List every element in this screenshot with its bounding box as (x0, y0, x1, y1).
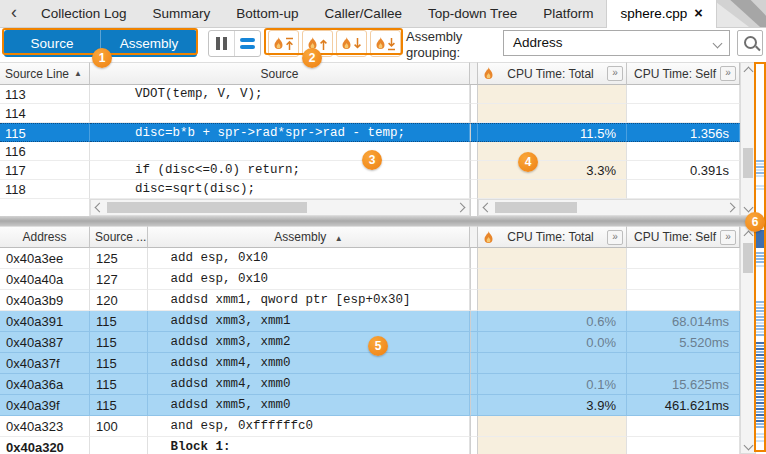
source-row[interactable]: 116 (0, 142, 740, 161)
column-header-source[interactable]: Source (90, 62, 470, 85)
column-header-cpu-total[interactable]: CPU Time: Total » (478, 62, 627, 85)
pane-splitter[interactable] (0, 216, 766, 226)
heat-line (756, 360, 764, 362)
tab-summary[interactable]: Summary (140, 0, 224, 27)
source-table: 113 VDOT(temp, V, V);114115 disc=b*b + s… (0, 85, 740, 199)
expand-column-button[interactable]: » (607, 230, 623, 245)
assembly-grouping-select[interactable]: Address (503, 30, 730, 56)
sort-asc-icon: ▲ (74, 69, 82, 78)
scroll-up-icon[interactable] (743, 231, 753, 241)
heat-line (756, 322, 764, 324)
column-header-label: Source ... (95, 230, 146, 244)
tab-label: sphere.cpp (620, 6, 687, 21)
assembly-row[interactable]: 0x40a40a127 add esp, 0x10 (0, 269, 740, 290)
assembly-row[interactable]: 0x40a391115 addsd xmm3, xmm10.6%68.014ms (0, 311, 740, 332)
source-row[interactable]: 117 if (disc<=0.0) return;3.3%0.391s (0, 161, 740, 180)
scroll-right-icon[interactable] (726, 203, 736, 213)
search-button[interactable] (737, 30, 763, 56)
heat-line (756, 390, 764, 392)
assembly-grouping-label: Assembly grouping: (406, 29, 500, 60)
heat-line (756, 334, 764, 336)
instruction-address: 0x40a387 (0, 332, 90, 353)
source-row[interactable]: 115 disc=b*b + spr->rad*spr->rad - temp;… (0, 123, 740, 142)
expand-column-button[interactable]: » (607, 66, 623, 81)
hotspot-heat-strip[interactable] (754, 62, 766, 452)
tab-list: Collection LogSummaryBottom-upCaller/Cal… (28, 0, 717, 27)
column-header-cpu-total[interactable]: CPU Time: Total » (478, 226, 627, 248)
toolbar: Source Assembly Assembly grouping: (0, 27, 766, 62)
list-layout-button[interactable] (234, 31, 260, 56)
go-to-biggest-hotspot-button[interactable] (268, 30, 299, 57)
instruction-address: 0x40a320 (0, 437, 90, 454)
column-gap (470, 226, 478, 248)
flame-icon (273, 37, 284, 50)
expand-column-button[interactable]: » (720, 66, 736, 81)
scrollbar-thumb[interactable] (107, 202, 307, 213)
tab-platform[interactable]: Platform (530, 0, 606, 27)
go-to-last-hotspot-button[interactable] (370, 30, 401, 57)
expand-column-button[interactable]: » (720, 230, 736, 245)
heat-line (756, 307, 764, 309)
assembly-row[interactable]: 0x40a320 Block 1: (0, 437, 740, 454)
source-code (90, 142, 470, 161)
heat-line (756, 261, 764, 263)
assembly-row[interactable]: 0x40a39f115 addsd xmm5, xmm03.9%461.621m… (0, 395, 740, 416)
cpu-self-value: 68.014ms (627, 311, 740, 332)
assembly-view-button[interactable]: Assembly (101, 30, 197, 57)
column-header-cpu-self[interactable]: CPU Time: Self » (627, 226, 740, 248)
cpu-total-value: 3.3% (478, 161, 627, 180)
assembly-row[interactable]: 0x40a3b9120 addsd xmm1, qword ptr [esp+0… (0, 290, 740, 311)
tab-collection-log[interactable]: Collection Log (28, 0, 140, 27)
assembly-row[interactable]: 0x40a36a115 addsd xmm4, xmm00.1%15.625ms (0, 374, 740, 395)
assembly-code: addsd xmm5, xmm0 (148, 395, 470, 416)
source-line-number: 115 (0, 123, 90, 142)
column-header-label: Address (0, 230, 89, 244)
scrollbar-thumb[interactable] (743, 148, 753, 178)
column-header-cpu-self[interactable]: CPU Time: Self » (627, 62, 740, 85)
column-header-assembly[interactable]: Assembly ▲ (148, 226, 470, 248)
scroll-down-icon[interactable] (743, 202, 753, 212)
source-row[interactable]: 114 (0, 104, 740, 123)
tab-sphere-cpp[interactable]: sphere.cpp× (606, 0, 716, 28)
scroll-left-icon[interactable] (95, 203, 105, 213)
scroll-left-icon[interactable] (483, 203, 493, 213)
assembly-table: 0x40a3ee125 add esp, 0x100x40a40a127 add… (0, 248, 740, 454)
pause-button[interactable] (209, 31, 234, 56)
scroll-up-icon[interactable] (743, 67, 753, 77)
heat-line (756, 258, 764, 260)
assembly-row[interactable]: 0x40a387115 addsd xmm3, xmm20.0%5.520ms (0, 332, 740, 353)
column-gap (470, 374, 478, 395)
scrollbar-thumb[interactable] (743, 243, 753, 273)
go-to-next-hotspot-button[interactable] (336, 30, 367, 57)
heat-line (756, 188, 764, 190)
heat-line (756, 411, 764, 413)
assembly-row[interactable]: 0x40a323100 and esp, 0xffffffc0 (0, 416, 740, 437)
chevron-down-icon (713, 39, 723, 49)
go-to-prev-hotspot-button[interactable] (302, 30, 333, 57)
scroll-down-icon[interactable] (743, 440, 753, 450)
column-header-source-line[interactable]: Source ... (90, 226, 148, 248)
source-row[interactable]: 118 disc=sqrt(disc); (0, 180, 740, 199)
tab-label: Caller/Callee (325, 6, 402, 21)
back-icon[interactable]: ‹ (0, 0, 28, 27)
assembly-row[interactable]: 0x40a37f115 addsd xmm4, xmm0 (0, 353, 740, 374)
tab-bottom-up[interactable]: Bottom-up (223, 0, 311, 27)
heat-line (756, 172, 764, 174)
tab-close-icon[interactable]: × (694, 5, 702, 21)
column-gap (470, 353, 478, 374)
column-header-label: Source (90, 67, 469, 81)
heat-line (756, 169, 764, 171)
source-hscrollbar[interactable] (90, 199, 470, 216)
tab-caller-callee[interactable]: Caller/Callee (312, 0, 415, 27)
assembly-row[interactable]: 0x40a3ee125 add esp, 0x10 (0, 248, 740, 269)
column-header-address[interactable]: Address (0, 226, 90, 248)
column-header-source-line[interactable]: Source Line ▲ (0, 62, 90, 85)
source-cpu-hscrollbar[interactable] (478, 199, 740, 216)
tab-top-down-tree[interactable]: Top-down Tree (415, 0, 530, 27)
source-row[interactable]: 113 VDOT(temp, V, V); (0, 85, 740, 104)
source-view-button[interactable]: Source (4, 30, 101, 57)
heat-line (756, 331, 764, 333)
scrollbar-thumb[interactable] (495, 202, 577, 213)
scroll-right-icon[interactable] (456, 203, 466, 213)
search-icon (744, 36, 757, 49)
